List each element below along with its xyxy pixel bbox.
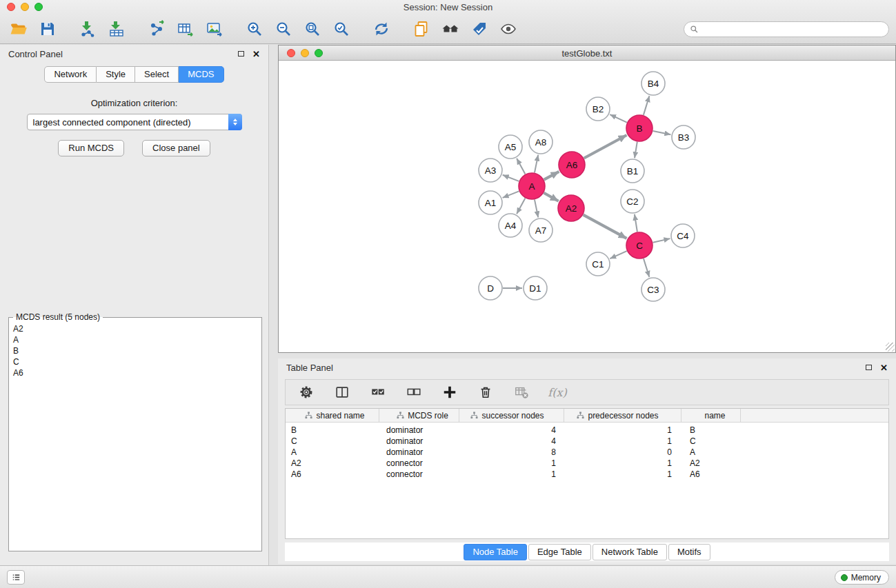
graph-node-B4[interactable]: B4 bbox=[641, 72, 665, 95]
table-cell[interactable]: 1 bbox=[564, 469, 681, 479]
graph-node-A3[interactable]: A3 bbox=[479, 159, 502, 182]
graph-edge[interactable] bbox=[503, 191, 519, 198]
graph-node-B3[interactable]: B3 bbox=[672, 125, 695, 149]
add-column-button[interactable] bbox=[440, 383, 459, 402]
delete-table-button[interactable] bbox=[512, 383, 531, 402]
table-cell[interactable]: B bbox=[681, 425, 741, 435]
mcds-result-item[interactable]: A2 bbox=[9, 323, 261, 334]
tab-edge-table[interactable]: Edge Table bbox=[528, 544, 591, 560]
close-panel-button[interactable]: Close panel bbox=[142, 140, 210, 156]
function-builder-button[interactable]: f(x) bbox=[548, 383, 567, 402]
graph-node-A7[interactable]: A7 bbox=[529, 219, 552, 242]
import-table-button[interactable] bbox=[105, 17, 128, 41]
home-views-button[interactable] bbox=[439, 17, 462, 41]
show-hide-button[interactable] bbox=[497, 17, 520, 41]
import-network-button[interactable] bbox=[76, 17, 99, 41]
graph-edge[interactable] bbox=[584, 215, 627, 239]
tab-network[interactable]: Network bbox=[44, 66, 97, 83]
table-cell[interactable]: A bbox=[286, 447, 379, 457]
zoom-in-button[interactable] bbox=[243, 17, 266, 41]
export-table-button[interactable] bbox=[174, 17, 197, 41]
export-image-button[interactable] bbox=[203, 17, 226, 41]
table-cell[interactable]: A6 bbox=[681, 469, 741, 479]
apply-style-button[interactable] bbox=[468, 17, 491, 41]
duplicate-button[interactable] bbox=[410, 17, 433, 41]
float-panel-icon[interactable] bbox=[238, 51, 244, 57]
show-columns-button[interactable] bbox=[332, 383, 352, 402]
table-cell[interactable]: 1 bbox=[459, 469, 564, 479]
graph-edge[interactable] bbox=[610, 114, 627, 123]
table-cell[interactable]: connector bbox=[379, 469, 459, 479]
table-cell[interactable]: 1 bbox=[564, 436, 681, 446]
graph-edge[interactable] bbox=[644, 96, 650, 115]
graph-edge[interactable] bbox=[517, 199, 525, 214]
table-row[interactable]: A2connector11A2 bbox=[286, 458, 888, 469]
graph-node-C2[interactable]: C2 bbox=[621, 190, 644, 213]
graph-edge[interactable] bbox=[635, 214, 637, 232]
table-cell[interactable]: A2 bbox=[681, 458, 741, 468]
graph-edge[interactable] bbox=[653, 239, 670, 243]
graph-edge[interactable] bbox=[635, 142, 637, 158]
table-cell[interactable]: 0 bbox=[564, 447, 681, 457]
tab-mcds[interactable]: MCDS bbox=[179, 66, 223, 83]
graph-edge[interactable] bbox=[503, 175, 519, 181]
graph-node-B2[interactable]: B2 bbox=[586, 97, 610, 121]
graph-edge[interactable] bbox=[544, 193, 558, 201]
save-session-button[interactable] bbox=[36, 17, 59, 41]
graph-node-D[interactable]: D bbox=[479, 276, 502, 300]
resize-handle[interactable] bbox=[886, 343, 895, 352]
table-cell[interactable]: A2 bbox=[286, 458, 379, 468]
table-row[interactable]: Cdominator41C bbox=[286, 436, 888, 447]
graph-node-C1[interactable]: C1 bbox=[586, 252, 610, 276]
tab-select[interactable]: Select bbox=[135, 66, 179, 83]
graph-node-A1[interactable]: A1 bbox=[479, 191, 502, 214]
graph-edge[interactable] bbox=[653, 131, 671, 134]
table-cell[interactable]: A bbox=[681, 447, 741, 457]
graph-node-A6[interactable]: A6 bbox=[559, 152, 585, 178]
mcds-result-item[interactable]: A6 bbox=[9, 367, 261, 378]
graph-node-A[interactable]: A bbox=[519, 173, 545, 199]
graph-edge[interactable] bbox=[544, 172, 559, 180]
graph-edge[interactable] bbox=[517, 159, 525, 174]
table-cell[interactable]: A6 bbox=[286, 469, 379, 479]
column-header-shared-name[interactable]: shared name bbox=[286, 409, 379, 422]
graph-node-B[interactable]: B bbox=[626, 115, 653, 141]
table-cell[interactable]: 8 bbox=[459, 447, 564, 457]
table-cell[interactable]: 1 bbox=[564, 425, 681, 435]
column-header-successor-nodes[interactable]: successor nodes bbox=[459, 409, 564, 422]
graph-node-A2[interactable]: A2 bbox=[558, 195, 584, 221]
table-row[interactable]: Bdominator41B bbox=[286, 425, 888, 436]
graph-edge[interactable] bbox=[535, 200, 538, 218]
tab-network-table[interactable]: Network Table bbox=[593, 544, 667, 560]
export-network-button[interactable] bbox=[145, 17, 168, 41]
graph-node-D1[interactable]: D1 bbox=[524, 276, 547, 300]
run-mcds-button[interactable]: Run MCDS bbox=[58, 140, 124, 156]
tab-node-table[interactable]: Node Table bbox=[464, 544, 527, 560]
criterion-dropdown[interactable]: largest connected component (directed) bbox=[27, 114, 242, 130]
refresh-button[interactable] bbox=[370, 17, 393, 41]
graph-edge[interactable] bbox=[535, 155, 538, 173]
table-cell[interactable]: dominator bbox=[379, 447, 459, 457]
mcds-result-item[interactable]: A bbox=[9, 334, 261, 345]
graph-node-A8[interactable]: A8 bbox=[529, 130, 552, 154]
column-header-predecessor-nodes[interactable]: predecessor nodes bbox=[564, 409, 681, 422]
tab-style[interactable]: Style bbox=[97, 66, 135, 83]
float-table-panel-icon[interactable] bbox=[866, 365, 872, 370]
graph-node-A5[interactable]: A5 bbox=[499, 135, 522, 159]
search-input[interactable] bbox=[702, 25, 883, 34]
table-cell[interactable]: 4 bbox=[459, 436, 564, 446]
table-row[interactable]: A6connector11A6 bbox=[286, 469, 888, 480]
table-cell[interactable]: 4 bbox=[459, 425, 564, 435]
memory-button[interactable]: Memory bbox=[835, 570, 889, 585]
table-cell[interactable]: dominator bbox=[379, 425, 459, 435]
column-header-name[interactable]: name bbox=[681, 409, 741, 422]
zoom-fit-button[interactable] bbox=[301, 17, 324, 41]
zoom-out-button[interactable] bbox=[272, 17, 295, 41]
graph-edge[interactable] bbox=[584, 135, 627, 158]
mcds-result-item[interactable]: C bbox=[9, 356, 261, 367]
delete-column-button[interactable] bbox=[476, 383, 495, 402]
deselect-all-button[interactable] bbox=[404, 383, 424, 402]
graph-edge[interactable] bbox=[644, 258, 649, 277]
table-settings-button[interactable] bbox=[297, 383, 316, 402]
table-cell[interactable]: C bbox=[286, 436, 379, 446]
